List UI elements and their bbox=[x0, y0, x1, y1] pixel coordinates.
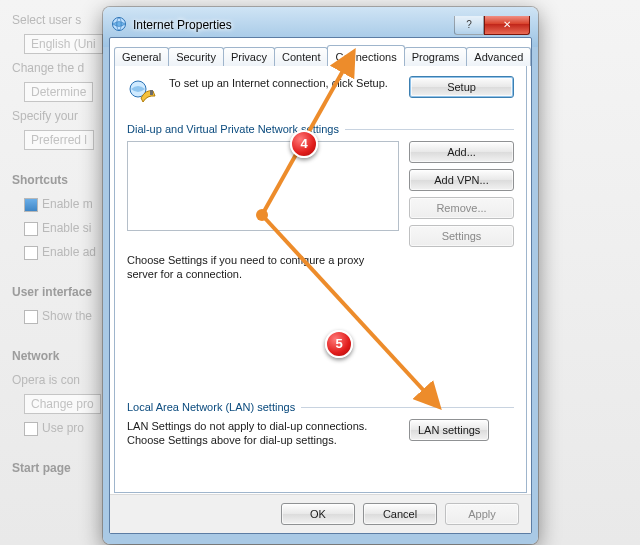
svg-rect-3 bbox=[150, 90, 153, 95]
ok-button[interactable]: OK bbox=[281, 503, 355, 525]
lan-text: LAN Settings do not apply to dial-up con… bbox=[127, 419, 397, 447]
setup-button[interactable]: Setup bbox=[409, 76, 514, 98]
connections-panel: To set up an Internet connection, click … bbox=[114, 66, 527, 493]
lan-settings-label: Local Area Network (LAN) settings bbox=[127, 401, 295, 413]
titlebar[interactable]: Internet Properties ? ✕ bbox=[109, 13, 532, 37]
dialog-title: Internet Properties bbox=[133, 18, 454, 32]
internet-options-icon bbox=[111, 16, 127, 35]
lan-settings-button[interactable]: LAN settings bbox=[409, 419, 489, 441]
lan-settings-group: Local Area Network (LAN) settings LAN Se… bbox=[127, 401, 514, 447]
settings-button: Settings bbox=[409, 225, 514, 247]
tab-general[interactable]: General bbox=[114, 47, 169, 66]
add-vpn-button[interactable]: Add VPN... bbox=[409, 169, 514, 191]
dialup-vpn-label: Dial-up and Virtual Private Network sett… bbox=[127, 123, 339, 135]
remove-button: Remove... bbox=[409, 197, 514, 219]
dialog-button-bar: OK Cancel Apply bbox=[110, 494, 531, 533]
connections-listbox[interactable] bbox=[127, 141, 399, 231]
close-button[interactable]: ✕ bbox=[484, 16, 530, 35]
proxy-hint-text: Choose Settings if you need to configure… bbox=[127, 253, 397, 281]
setup-text: To set up an Internet connection, click … bbox=[169, 76, 399, 90]
tab-programs[interactable]: Programs bbox=[404, 47, 468, 66]
internet-properties-dialog: Internet Properties ? ✕ General Security… bbox=[103, 7, 538, 544]
tab-strip: General Security Privacy Content Connect… bbox=[110, 38, 531, 66]
tab-security[interactable]: Security bbox=[168, 47, 224, 66]
tab-advanced[interactable]: Advanced bbox=[466, 47, 531, 66]
cancel-button[interactable]: Cancel bbox=[363, 503, 437, 525]
tab-content[interactable]: Content bbox=[274, 47, 329, 66]
dialup-vpn-group: Dial-up and Virtual Private Network sett… bbox=[127, 123, 514, 281]
apply-button: Apply bbox=[445, 503, 519, 525]
add-button[interactable]: Add... bbox=[409, 141, 514, 163]
connect-icon bbox=[127, 76, 159, 111]
tab-privacy[interactable]: Privacy bbox=[223, 47, 275, 66]
help-button[interactable]: ? bbox=[454, 16, 484, 35]
tab-connections[interactable]: Connections bbox=[327, 45, 404, 66]
